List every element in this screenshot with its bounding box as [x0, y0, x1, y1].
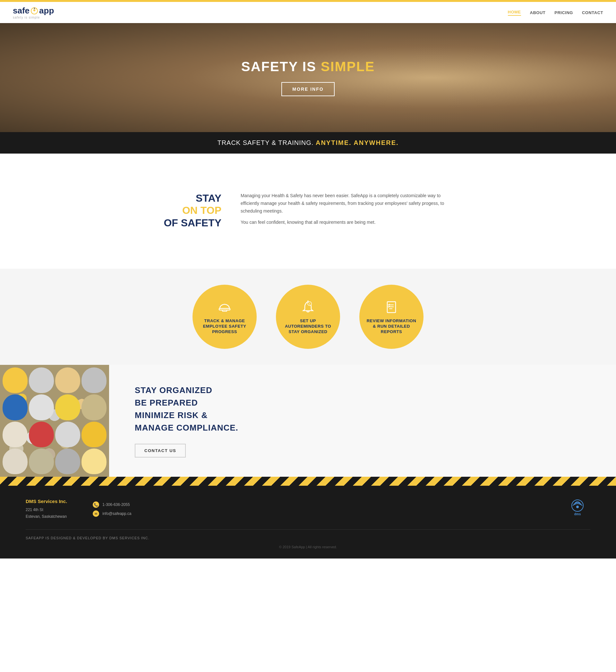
email-icon: ✉ — [93, 510, 99, 517]
feature-reminders[interactable]: ! SET UPAUTOREMINDERS TOSTAY ORGANIZED — [276, 285, 340, 349]
cta-title-line1: STAY ORGANIZED — [135, 384, 590, 397]
info-title-line2: ON TOP — [157, 204, 221, 216]
svg-rect-3 — [219, 308, 230, 310]
helmet-icon — [216, 299, 232, 315]
hero-title-part1: SAFETY IS — [241, 59, 321, 74]
footer-phone: 📞 1-306-636-2055 — [93, 501, 131, 508]
footer-company-name: DMS Services Inc. — [26, 499, 67, 504]
hero-more-info-button[interactable]: MORE INFO — [281, 82, 334, 96]
footer-dms-logo: dms — [565, 499, 590, 520]
footer-contact: 📞 1-306-636-2055 ✉ info@safeapp.ca — [93, 499, 131, 520]
cta-title: STAY ORGANIZED BE PREPARED MINIMIZE RISK… — [135, 384, 590, 434]
hero-section: SAFETY IS SIMPLE MORE INFO — [0, 23, 616, 132]
info-section: STAY ON TOP OF SAFETY Managing your Heal… — [131, 173, 485, 249]
cta-title-line2: BE PREPARED — [135, 397, 590, 409]
feature-reminders-label: SET UPAUTOREMINDERS TOSTAY ORGANIZED — [285, 318, 331, 335]
svg-text:dms: dms — [574, 512, 581, 516]
header: safe app safety is simple HOME ABOUT PRI… — [0, 0, 616, 23]
footer-credit: SAFEAPP IS DESIGNED & DEVELOPED BY DMS S… — [26, 536, 149, 540]
feature-track[interactable]: TRACK & MANAGEEMPLOYEE SAFETYPROGRESS — [192, 285, 257, 349]
feature-reports-label: REVIEW INFORMATION& RUN DETAILEDREPORTS — [367, 318, 417, 335]
footer-address: 221 4th St Estevan, Saskatchewan — [26, 507, 67, 520]
nav-home[interactable]: HOME — [508, 10, 521, 16]
nav-about[interactable]: ABOUT — [530, 10, 546, 15]
hero-title-part2: SIMPLE — [321, 59, 375, 74]
features-section: TRACK & MANAGEEMPLOYEE SAFETYPROGRESS ! … — [0, 269, 616, 365]
bell-icon: ! — [300, 299, 316, 315]
feature-reports[interactable]: REVIEW INFORMATION& RUN DETAILEDREPORTS — [359, 285, 424, 349]
svg-text:!: ! — [309, 302, 310, 306]
contact-us-button[interactable]: CONTACT US — [135, 444, 186, 458]
tagline-part2: ANYTIME. ANYWHERE. — [316, 139, 399, 146]
cta-image — [0, 365, 109, 477]
footer-copyright: © 2019 SafeApp | All rights reserved. — [26, 545, 590, 549]
phone-icon: 📞 — [93, 501, 99, 508]
info-paragraph2: You can feel confident, knowing that all… — [240, 219, 459, 226]
info-title-line1: STAY — [157, 192, 221, 204]
tagline-bar: TRACK SAFETY & TRAINING. ANYTIME. ANYWHE… — [0, 132, 616, 154]
hero-title: SAFETY IS SIMPLE — [241, 59, 375, 74]
svg-point-15 — [576, 506, 579, 508]
cta-title-line3: MINIMIZE RISK & — [135, 409, 590, 422]
hazard-stripe — [0, 477, 616, 486]
logo-icon — [30, 7, 38, 15]
logo: safe app safety is simple — [13, 6, 54, 19]
cta-section: STAY ORGANIZED BE PREPARED MINIMIZE RISK… — [0, 365, 616, 477]
logo-app: app — [39, 6, 54, 16]
footer-company-info: DMS Services Inc. 221 4th St Estevan, Sa… — [26, 499, 67, 520]
tagline-part1: TRACK SAFETY & TRAINING. — [217, 139, 316, 146]
footer-address-line1: 221 4th St — [26, 507, 67, 513]
footer-top: DMS Services Inc. 221 4th St Estevan, Sa… — [26, 499, 590, 520]
cta-title-line4: MANAGE COMPLIANCE. — [135, 422, 590, 434]
footer-email: ✉ info@safeapp.ca — [93, 510, 131, 517]
footer-email-address: info@safeapp.ca — [102, 511, 131, 516]
checklist-icon — [384, 299, 400, 315]
cta-content: STAY ORGANIZED BE PREPARED MINIMIZE RISK… — [109, 365, 616, 477]
feature-track-label: TRACK & MANAGEEMPLOYEE SAFETYPROGRESS — [203, 318, 246, 335]
nav-contact[interactable]: CONTACT — [582, 10, 603, 15]
dms-logo-svg: dms — [565, 499, 590, 518]
info-title: STAY ON TOP OF SAFETY — [157, 192, 221, 229]
footer-address-line2: Estevan, Saskatchewan — [26, 513, 67, 520]
info-text: Managing your Health & Safety has never … — [240, 192, 459, 230]
info-paragraph1: Managing your Health & Safety has never … — [240, 192, 459, 215]
footer-phone-number: 1-306-636-2055 — [102, 502, 130, 507]
logo-safe: safe — [13, 6, 30, 16]
footer: DMS Services Inc. 221 4th St Estevan, Sa… — [0, 486, 616, 559]
logo-tagline: safety is simple — [13, 16, 40, 19]
info-title-line3: OF SAFETY — [157, 217, 221, 229]
nav-pricing[interactable]: PRICING — [554, 10, 573, 15]
hero-content: SAFETY IS SIMPLE MORE INFO — [241, 59, 375, 96]
footer-bottom: SAFEAPP IS DESIGNED & DEVELOPED BY DMS S… — [26, 529, 590, 540]
main-nav: HOME ABOUT PRICING CONTACT — [508, 10, 603, 16]
